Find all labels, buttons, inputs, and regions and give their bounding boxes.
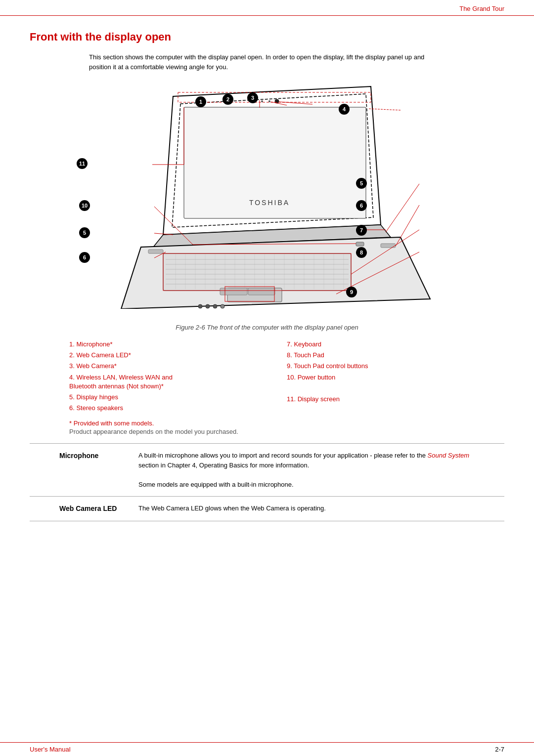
part-7: 7. Keyboard bbox=[287, 340, 504, 349]
header-title: The Grand Tour bbox=[459, 5, 504, 12]
callout-9: 9 bbox=[346, 287, 357, 297]
note-text: * Provided with some models. bbox=[30, 420, 504, 427]
parts-col-2: 7. Keyboard 8. Touch Pad 9. Touch Pad co… bbox=[287, 340, 504, 415]
callout-3: 3 bbox=[247, 92, 258, 103]
svg-point-59 bbox=[221, 304, 224, 308]
svg-point-35 bbox=[268, 100, 270, 102]
callout-4: 4 bbox=[339, 104, 350, 115]
footer-manual-label: User's Manual bbox=[30, 746, 71, 753]
svg-rect-30 bbox=[148, 250, 163, 253]
part-9: 9. Touch Pad control buttons bbox=[287, 362, 504, 371]
component-row-webcam-led: Web Camera LED The Web Camera LED glows … bbox=[30, 497, 504, 521]
svg-rect-29 bbox=[248, 288, 275, 295]
part-11: 11. Display screen bbox=[287, 395, 504, 404]
part-6: 6. Stereo speakers bbox=[69, 404, 287, 413]
page-header: The Grand Tour bbox=[0, 0, 534, 16]
laptop-diagram: 1 2 3 4 5 6 7 8 9 10 11 5 6 bbox=[30, 82, 504, 319]
svg-line-41 bbox=[368, 109, 400, 110]
svg-rect-32 bbox=[356, 242, 364, 246]
callout-1: 1 bbox=[195, 96, 206, 107]
part-8: 8. Touch Pad bbox=[287, 351, 504, 360]
part-10: 10. Power button bbox=[287, 373, 504, 382]
footer-page-number: 2-7 bbox=[495, 746, 504, 753]
svg-point-34 bbox=[276, 100, 278, 102]
callout-8: 8 bbox=[356, 247, 367, 258]
diagram-svg: TOSHIBA bbox=[94, 82, 440, 309]
page-wrapper: The Grand Tour Front with the display op… bbox=[0, 0, 534, 756]
parts-col-1: 1. Microphone* 2. Web Camera LED* 3. Web… bbox=[69, 340, 287, 415]
svg-point-37 bbox=[261, 100, 263, 102]
svg-text:TOSHIBA: TOSHIBA bbox=[249, 199, 290, 207]
component-table: Microphone A built-in microphone allows … bbox=[30, 444, 504, 521]
callout-6-left: 6 bbox=[79, 252, 90, 263]
figure-caption: Figure 2-6 The front of the computer wit… bbox=[30, 324, 504, 331]
part-4: 4. Wireless LAN, Wireless WAN and Blueto… bbox=[69, 373, 183, 391]
callout-11: 11 bbox=[77, 158, 88, 169]
callout-6-right: 6 bbox=[356, 200, 367, 211]
callout-10: 10 bbox=[79, 200, 90, 211]
component-name-microphone: Microphone bbox=[30, 444, 124, 497]
part-2: 2. Web Camera LED* bbox=[69, 351, 287, 360]
component-name-webcam-led: Web Camera LED bbox=[30, 497, 124, 521]
part-3: 3. Web Camera* bbox=[69, 362, 287, 371]
svg-point-57 bbox=[206, 304, 210, 308]
callout-5-left: 5 bbox=[79, 227, 90, 238]
component-row-microphone: Microphone A built-in microphone allows … bbox=[30, 444, 504, 497]
callout-7: 7 bbox=[356, 225, 367, 236]
page-footer: User's Manual 2-7 bbox=[0, 742, 534, 756]
intro-text: This section shows the computer with the… bbox=[89, 52, 425, 72]
svg-rect-28 bbox=[220, 288, 247, 295]
svg-point-56 bbox=[198, 304, 202, 308]
product-note: Product appearance depends on the model … bbox=[30, 428, 504, 435]
svg-rect-42 bbox=[178, 92, 371, 102]
sound-system-link: Sound System bbox=[428, 452, 470, 459]
component-desc-webcam-led: The Web Camera LED glows when the Web Ca… bbox=[124, 497, 504, 521]
svg-line-45 bbox=[396, 205, 419, 246]
svg-line-43 bbox=[386, 184, 419, 232]
section-title: Front with the display open bbox=[30, 31, 504, 43]
part-1: 1. Microphone* bbox=[69, 340, 287, 349]
parts-list: 1. Microphone* 2. Web Camera LED* 3. Web… bbox=[30, 340, 504, 415]
callout-2: 2 bbox=[222, 94, 233, 105]
callout-5-right: 5 bbox=[356, 178, 367, 189]
part-5: 5. Display hinges bbox=[69, 393, 287, 402]
component-desc-microphone: A built-in microphone allows you to impo… bbox=[124, 444, 504, 497]
svg-point-58 bbox=[213, 304, 217, 308]
content-area: Front with the display open This section… bbox=[0, 16, 534, 531]
svg-rect-2 bbox=[163, 253, 351, 291]
